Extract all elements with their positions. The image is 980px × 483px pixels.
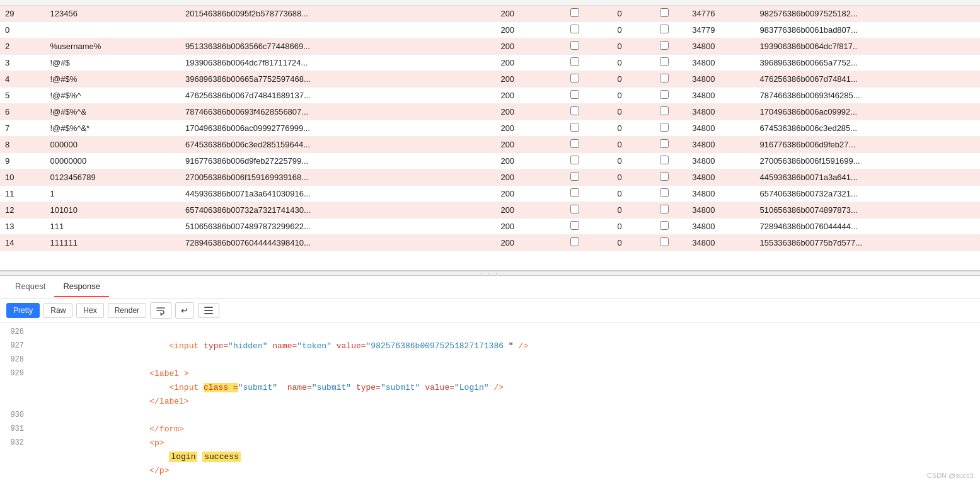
row-checkbox[interactable] [570,205,579,213]
data-table-container: 29123456201546386b0095f2b578773688...200… [0,0,980,271]
table-cell[interactable] [642,186,687,202]
table-cell[interactable] [552,186,597,202]
row-checkbox[interactable] [570,106,579,115]
table-cell[interactable] [642,202,687,219]
table-cell[interactable] [552,235,597,251]
newline-button[interactable]: ↵ [175,302,194,319]
table-cell: !@#$ [45,55,180,71]
row-checkbox[interactable] [660,139,669,148]
row-checkbox[interactable] [570,123,579,132]
line-content: <p> [32,438,980,448]
table-cell: 10 [0,169,45,186]
table-cell[interactable] [552,6,597,22]
table-cell: 674536386b006c3ed285... [754,120,980,137]
table-cell[interactable] [552,169,597,186]
row-checkbox[interactable] [570,156,579,164]
table-cell: 9 [0,153,45,169]
row-checkbox[interactable] [660,8,669,17]
table-cell[interactable] [642,153,687,169]
row-checkbox[interactable] [570,139,579,148]
table-cell: 200 [495,104,551,120]
row-checkbox[interactable] [570,25,579,33]
table-cell[interactable] [642,88,687,104]
resize-handle[interactable]: · · · [0,271,980,276]
row-checkbox[interactable] [570,74,579,82]
table-cell: 0 [597,38,642,55]
table-cell: 170496386b006ac09992... [754,104,980,120]
row-checkbox[interactable] [660,188,669,197]
table-cell: 270056386b006f1591699... [754,153,980,169]
table-cell: 193906386b0064dc7f81711724... [180,55,495,71]
row-checkbox[interactable] [660,205,669,213]
table-cell[interactable] [642,104,687,120]
col-header-hash2 [754,0,980,6]
resize-dots-icon: · · · [481,270,499,277]
line-number: 929 [0,369,32,378]
table-cell[interactable] [642,22,687,38]
table-cell[interactable] [642,169,687,186]
row-checkbox[interactable] [660,90,669,99]
table-cell: 983776386b0061bad807... [754,22,980,38]
table-cell: 101010 [45,202,180,219]
table-cell[interactable] [642,55,687,71]
row-checkbox[interactable] [660,156,669,164]
table-cell[interactable] [642,71,687,88]
row-checkbox[interactable] [660,172,669,181]
pretty-button[interactable]: Pretty [6,303,40,318]
table-cell[interactable] [552,55,597,71]
row-checkbox[interactable] [660,123,669,132]
table-cell[interactable] [552,22,597,38]
table-cell[interactable] [552,153,597,169]
row-checkbox[interactable] [660,221,669,230]
row-checkbox[interactable] [570,57,579,66]
raw-button[interactable]: Raw [43,303,72,318]
row-checkbox[interactable] [570,221,579,230]
table-cell[interactable] [642,6,687,22]
table-cell[interactable] [552,202,597,219]
row-checkbox[interactable] [660,41,669,50]
row-checkbox[interactable] [570,172,579,181]
table-cell: 270056386b006f159169939168... [180,169,495,186]
table-cell[interactable] [552,88,597,104]
line-content: login success [32,452,980,462]
svg-rect-2 [204,313,213,314]
wrap-button[interactable] [150,302,171,319]
table-cell[interactable] [642,38,687,55]
table-cell[interactable] [552,137,597,153]
tab-response[interactable]: Response [54,276,109,297]
table-cell[interactable] [642,219,687,235]
table-cell: 111111 [45,235,180,251]
hex-button[interactable]: Hex [76,303,103,318]
row-checkbox[interactable] [570,41,579,50]
table-cell: 34800 [687,219,754,235]
table-cell[interactable] [552,120,597,137]
table-row: 5!@#$%^476256386b0067d74841689137...2000… [0,88,980,104]
row-checkbox[interactable] [660,106,669,115]
table-cell[interactable] [642,120,687,137]
row-checkbox[interactable] [570,188,579,197]
row-checkbox[interactable] [570,8,579,17]
table-cell: 951336386b0063566c77448669... [180,38,495,55]
row-checkbox[interactable] [660,57,669,66]
row-checkbox[interactable] [660,237,669,246]
tab-request[interactable]: Request [6,276,54,297]
render-button[interactable]: Render [108,303,146,318]
row-checkbox[interactable] [660,25,669,33]
table-cell[interactable] [552,71,597,88]
table-cell[interactable] [642,235,687,251]
table-cell[interactable] [552,219,597,235]
table-cell[interactable] [552,38,597,55]
table-cell[interactable] [552,104,597,120]
line-content: <label > [32,369,980,378]
table-cell: 34800 [687,120,754,137]
row-checkbox[interactable] [660,74,669,82]
table-cell: 982576386b0097525182... [754,6,980,22]
table-cell: 787466386b00693f46285... [754,88,980,104]
row-checkbox[interactable] [570,237,579,246]
lines-button[interactable] [198,303,219,318]
table-cell: 0 [597,202,642,219]
row-checkbox[interactable] [570,90,579,99]
table-cell[interactable] [642,137,687,153]
table-row: 111445936386b0071a3a641030916...20003480… [0,186,980,202]
code-line: 927 <input type="hidden" name="token" va… [0,341,980,355]
